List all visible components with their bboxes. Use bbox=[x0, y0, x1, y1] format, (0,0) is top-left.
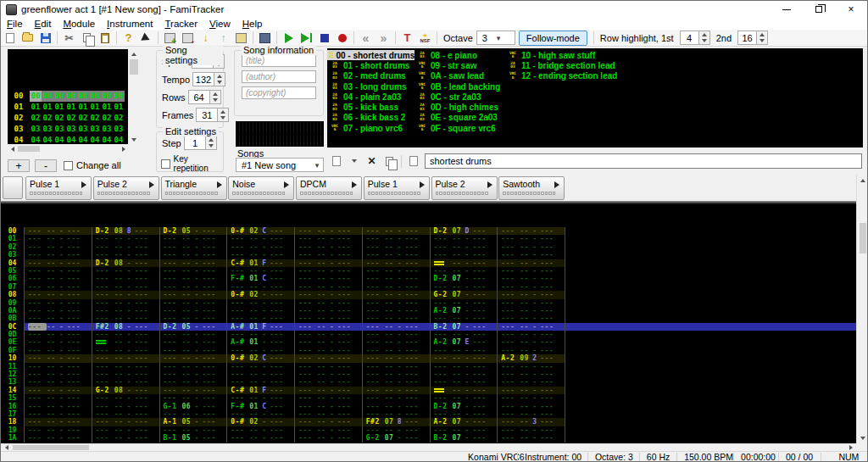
row-highlight-second-stepper[interactable]: 16 bbox=[737, 31, 768, 45]
pattern-row-05[interactable]: 05--------------------------------------… bbox=[1, 267, 856, 275]
instrument-item-0A[interactable]: VRC60A - saw lead bbox=[415, 71, 505, 81]
menu-instrument[interactable]: Instrument bbox=[101, 19, 159, 29]
instrument-name-input[interactable]: shortest drums bbox=[425, 153, 862, 169]
pattern-cell[interactable]: --------- bbox=[498, 291, 565, 298]
pattern-cell[interactable]: --------- bbox=[431, 299, 498, 307]
pattern-cell[interactable]: ------ bbox=[92, 338, 160, 346]
pattern-cell[interactable]: --------- bbox=[295, 426, 363, 434]
pattern-row-08[interactable]: 08---------------------------0-#02------… bbox=[1, 291, 856, 298]
instrument-item-11[interactable]: 2A0311 - bridge section lead bbox=[505, 60, 617, 70]
pattern-cell[interactable]: --------- bbox=[498, 331, 565, 338]
menu-file[interactable]: File bbox=[1, 19, 29, 29]
instrument-item-03[interactable]: 2A0303 - long drums bbox=[327, 81, 415, 92]
pattern-cell[interactable]: --------- bbox=[160, 354, 228, 362]
pattern-cell[interactable]: --------- bbox=[25, 331, 92, 338]
load-instrument-icon[interactable] bbox=[405, 154, 421, 169]
pattern-cell[interactable]: 0-#02C--- bbox=[227, 227, 295, 235]
pattern-cell[interactable]: --------- bbox=[363, 426, 431, 434]
cut-icon[interactable]: ✂ bbox=[61, 31, 77, 45]
pattern-cell[interactable]: --------- bbox=[498, 410, 565, 418]
frame-add-button[interactable]: + bbox=[8, 159, 30, 172]
pattern-cell[interactable]: --------- bbox=[92, 243, 160, 251]
new-instrument-dropdown-icon[interactable] bbox=[346, 154, 362, 169]
pattern-cell[interactable]: --------- bbox=[295, 314, 363, 322]
octave-select[interactable]: 3 ▾ bbox=[476, 31, 515, 45]
pattern-cell[interactable]: D-207---- bbox=[431, 275, 498, 282]
channel-header-4[interactable]: Noise bbox=[228, 176, 294, 200]
pattern-cell[interactable]: --------- bbox=[431, 331, 498, 338]
pattern-cell[interactable]: --------- bbox=[160, 291, 228, 298]
pattern-cell[interactable]: --------- bbox=[92, 307, 160, 314]
pattern-cell[interactable]: --------- bbox=[363, 338, 431, 346]
pattern-cell[interactable]: --------- bbox=[160, 251, 228, 259]
pattern-cell[interactable]: --------- bbox=[363, 267, 431, 275]
pattern-cell[interactable]: --------- bbox=[25, 363, 92, 370]
follow-mode-button[interactable]: Follow-mode bbox=[519, 31, 587, 46]
pattern-cell[interactable]: --------- bbox=[92, 354, 160, 362]
pattern-row-14[interactable]: 14---------G-208-------------C-#01F-----… bbox=[1, 387, 856, 394]
pattern-cell[interactable]: --------- bbox=[25, 259, 92, 267]
pattern-cell[interactable]: --------- bbox=[363, 251, 431, 259]
pattern-cell[interactable]: --------- bbox=[431, 363, 498, 370]
pattern-cell[interactable]: --------- bbox=[498, 251, 565, 259]
pattern-cell[interactable]: --------- bbox=[295, 418, 363, 426]
pattern-editor[interactable]: 00---------D-2088---D-205----0-#02C-----… bbox=[1, 204, 856, 443]
pattern-cell[interactable]: --------- bbox=[25, 323, 92, 331]
edit-mode-icon[interactable]: T bbox=[399, 31, 415, 45]
remove-instrument-icon[interactable]: - bbox=[180, 31, 196, 45]
instrument-item-0E[interactable]: 2A030E - square 2a03 bbox=[415, 113, 505, 123]
pattern-cell[interactable]: --------- bbox=[295, 227, 363, 235]
copy-icon[interactable] bbox=[79, 31, 95, 45]
pattern-cell[interactable]: A-207---- bbox=[431, 418, 498, 426]
pattern-cell[interactable]: --------- bbox=[431, 354, 498, 362]
pattern-cell[interactable]: A-#01F--- bbox=[227, 323, 295, 331]
pattern-cell[interactable]: --------- bbox=[295, 363, 363, 370]
pattern-cell[interactable]: --------- bbox=[25, 235, 92, 242]
pattern-cell[interactable]: --------- bbox=[363, 410, 431, 418]
pattern-cell[interactable]: D-207---- bbox=[431, 403, 498, 410]
pattern-cell[interactable]: --------- bbox=[25, 283, 92, 291]
instrument-item-00[interactable]: 2A0300 - shortest drums bbox=[327, 50, 415, 60]
pattern-row-07[interactable]: 07--------------------------------------… bbox=[1, 283, 856, 291]
pattern-row-0B[interactable]: 0B--------------------------------------… bbox=[1, 314, 856, 322]
pattern-cell[interactable]: --------- bbox=[363, 394, 431, 402]
pattern-cell[interactable]: --------- bbox=[363, 227, 431, 235]
pattern-cell[interactable]: --------- bbox=[25, 347, 92, 354]
pattern-cell[interactable]: 0-#02---- bbox=[227, 418, 295, 426]
pattern-cell[interactable]: --------- bbox=[25, 243, 92, 251]
pattern-cell[interactable]: --------- bbox=[25, 410, 92, 418]
pattern-cell[interactable]: --------- bbox=[25, 307, 92, 314]
pattern-cell[interactable]: --------- bbox=[498, 434, 565, 442]
pattern-cell[interactable]: --------- bbox=[160, 363, 228, 370]
change-all-checkbox[interactable]: Change all bbox=[64, 160, 121, 170]
instrument-item-05[interactable]: 2A0305 - kick bass bbox=[327, 102, 415, 112]
pattern-cell[interactable]: --------- bbox=[295, 283, 363, 291]
pattern-cell[interactable]: --------- bbox=[92, 434, 160, 442]
cursor-arrow-icon[interactable] bbox=[138, 31, 154, 45]
instrument-item-12[interactable]: VRC612 - ending section lead bbox=[505, 71, 617, 81]
pattern-row-12[interactable]: 12--------------------------------------… bbox=[1, 370, 856, 378]
pattern-vertical-scrollbar[interactable] bbox=[856, 175, 868, 443]
instrument-item-06[interactable]: 2A0306 - kick bass 2 bbox=[327, 113, 415, 123]
pattern-cell[interactable]: --------- bbox=[295, 251, 363, 259]
pattern-cell[interactable]: --------- bbox=[363, 307, 431, 314]
channel-header-7[interactable]: Pulse 2 bbox=[431, 176, 498, 200]
pattern-cell[interactable]: A-2092--- bbox=[498, 354, 565, 362]
pattern-cell[interactable]: ------ bbox=[431, 387, 498, 394]
pattern-cell[interactable]: --------- bbox=[160, 259, 228, 267]
pattern-cell[interactable]: --------- bbox=[363, 299, 431, 307]
pattern-cell[interactable]: --------- bbox=[92, 267, 160, 275]
pattern-cell[interactable]: --------- bbox=[227, 331, 295, 338]
pattern-cell[interactable]: --------- bbox=[92, 291, 160, 298]
save-file-icon[interactable] bbox=[37, 31, 53, 45]
pattern-row-09[interactable]: 09--------------------------------------… bbox=[1, 299, 856, 307]
pattern-cell[interactable]: --------- bbox=[160, 235, 228, 242]
pattern-cell[interactable]: --------- bbox=[92, 426, 160, 434]
menu-view[interactable]: View bbox=[203, 19, 236, 29]
pattern-cell[interactable]: --------- bbox=[25, 338, 92, 346]
pattern-cell[interactable]: --------- bbox=[160, 394, 228, 402]
pattern-cell[interactable]: --------- bbox=[92, 314, 160, 322]
pattern-cell[interactable]: --------- bbox=[295, 235, 363, 242]
channel-header-5[interactable]: DPCM bbox=[296, 176, 362, 200]
pattern-cell[interactable]: ------ bbox=[431, 259, 498, 267]
